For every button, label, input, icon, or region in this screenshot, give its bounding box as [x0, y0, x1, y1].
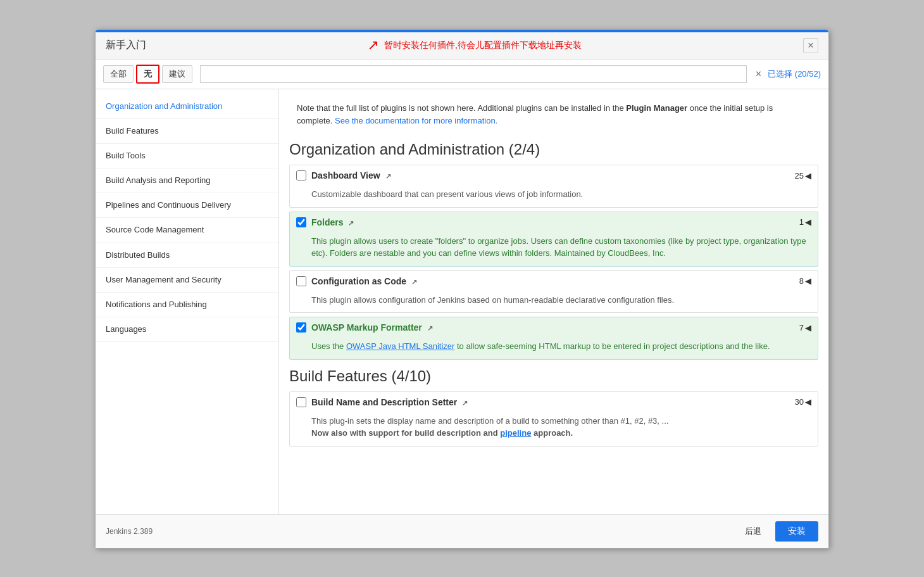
plugin-folders-name: Folders ↗ [311, 217, 794, 227]
notice-box: Note that the full list of plugins is no… [289, 97, 818, 134]
plugin-owasp-formatter-desc: Uses the OWASP Java HTML Sanitizer to al… [290, 338, 818, 359]
tab-all[interactable]: 全部 [103, 65, 134, 83]
plugin-folders-badge-icon: ◀ [805, 217, 811, 227]
close-button[interactable]: × [803, 38, 818, 53]
sidebar-item-user-mgmt[interactable]: User Management and Security [96, 268, 278, 293]
plugin-dashboard-view-name: Dashboard View ↗ [311, 170, 790, 181]
plugin-config-as-code-checkbox[interactable] [296, 276, 306, 286]
plugin-config-as-code-badge-num: 8 [799, 276, 804, 286]
sidebar-item-distributed[interactable]: Distributed Builds [96, 243, 278, 268]
plugin-owasp-formatter: OWASP Markup Formatter ↗ 7 ◀ Uses the OW… [289, 317, 818, 360]
plugin-config-as-code: Configuration as Code ↗ 8 ◀ This plugin … [289, 270, 818, 314]
plugin-folders-header: Folders ↗ 1 ◀ [290, 212, 818, 232]
footer-actions: 后退 安装 [737, 521, 818, 542]
plugin-dashboard-view: Dashboard View ↗ 25 ◀ Customizable dashb… [289, 165, 818, 208]
main-content: Organization and Administration Build Fe… [96, 89, 828, 514]
selected-count: 已选择 (20/52) [768, 68, 821, 80]
plugin-dashboard-view-badge-icon: ◀ [805, 171, 811, 181]
sidebar-item-source-code[interactable]: Source Code Management [96, 218, 278, 243]
plugin-dashboard-view-badge: 25 ◀ [795, 171, 811, 181]
plugin-folders-desc: This plugin allows users to create "fold… [290, 232, 818, 266]
plugin-config-as-code-link-icon[interactable]: ↗ [411, 278, 417, 286]
content-area: Note that the full list of plugins is no… [279, 89, 828, 514]
notice-link[interactable]: See the documentation for more informati… [335, 116, 497, 125]
plugin-build-name-setter-header: Build Name and Description Setter ↗ 30 ◀ [290, 392, 818, 412]
plugin-folders: Folders ↗ 1 ◀ This plugin allows users t… [289, 212, 818, 267]
install-button[interactable]: 安装 [775, 521, 818, 542]
sidebar-item-build-tools[interactable]: Build Tools [96, 144, 278, 168]
plugin-config-as-code-badge-icon: ◀ [805, 276, 811, 286]
plugin-folders-badge-num: 1 [799, 217, 804, 227]
plugin-build-name-setter: Build Name and Description Setter ↗ 30 ◀… [289, 391, 818, 447]
plugin-owasp-formatter-badge-icon: ◀ [805, 323, 811, 333]
plugin-config-as-code-header: Configuration as Code ↗ 8 ◀ [290, 271, 818, 291]
plugin-folders-link-icon[interactable]: ↗ [348, 219, 354, 227]
plugin-dashboard-view-header: Dashboard View ↗ 25 ◀ [290, 165, 818, 186]
pipeline-link[interactable]: pipeline [500, 428, 531, 438]
right-panel: Note that the full list of plugins is no… [279, 89, 828, 514]
notice-text1: Note that the full list of plugins is no… [297, 103, 626, 113]
sidebar-item-pipelines[interactable]: Pipelines and Continuous Delivery [96, 193, 278, 218]
sidebar-item-build-analysis[interactable]: Build Analysis and Reporting [96, 168, 278, 193]
plugin-build-name-setter-bold: Now also with support for build descript… [311, 428, 573, 438]
sidebar-item-org-admin[interactable]: Organization and Administration [96, 94, 278, 119]
sidebar: Organization and Administration Build Fe… [96, 89, 279, 514]
section-title-org-admin: Organization and Administration (2/4) [289, 141, 818, 158]
plugin-owasp-formatter-badge-num: 7 [799, 323, 804, 333]
plugin-dashboard-view-badge-num: 25 [795, 171, 804, 181]
plugin-owasp-formatter-name: OWASP Markup Formatter ↗ [311, 322, 794, 333]
tab-none[interactable]: 无 [136, 65, 159, 84]
plugin-dashboard-view-link-icon[interactable]: ↗ [385, 172, 391, 180]
sidebar-item-build-features[interactable]: Build Features [96, 119, 278, 144]
search-area: × [200, 65, 765, 83]
notice-bold: Plugin Manager [626, 103, 687, 113]
plugin-build-name-setter-badge: 30 ◀ [795, 397, 811, 407]
section-title-build-features: Build Features (4/10) [289, 367, 818, 385]
plugin-dashboard-view-desc: Customizable dashboard that can present … [290, 186, 818, 207]
plugin-owasp-formatter-header: OWASP Markup Formatter ↗ 7 ◀ [290, 317, 818, 338]
plugin-folders-checkbox[interactable] [296, 217, 306, 227]
plugin-build-name-setter-checkbox[interactable] [296, 397, 306, 407]
plugin-build-name-setter-link-icon[interactable]: ↗ [462, 399, 468, 407]
plugin-build-name-setter-name: Build Name and Description Setter ↗ [311, 397, 790, 407]
footer: Jenkins 2.389 后退 安装 [96, 514, 828, 548]
plugin-config-as-code-name: Configuration as Code ↗ [311, 276, 794, 286]
footer-version: Jenkins 2.389 [106, 527, 153, 536]
back-button[interactable]: 后退 [737, 522, 769, 541]
plugin-config-as-code-desc: This plugin allows configuration of Jenk… [290, 291, 818, 313]
window-title: 新手入门 [106, 39, 146, 52]
sidebar-item-languages[interactable]: Languages [96, 317, 278, 342]
tab-suggested[interactable]: 建议 [162, 65, 192, 83]
sidebar-item-notifications[interactable]: Notifications and Publishing [96, 293, 278, 317]
owasp-link[interactable]: OWASP Java HTML Sanitizer [346, 341, 454, 351]
plugin-owasp-formatter-checkbox[interactable] [296, 322, 306, 333]
main-window: 新手入门 ↙ 暂时安装任何插件,待会儿配置插件下载地址再安装 × 全部 无 建议… [95, 29, 829, 548]
plugin-owasp-formatter-link-icon[interactable]: ↗ [427, 324, 433, 332]
search-clear-button[interactable]: × [752, 67, 765, 81]
plugin-build-name-setter-badge-icon: ◀ [805, 397, 811, 407]
search-input[interactable] [200, 65, 747, 83]
plugin-build-name-setter-badge-num: 30 [795, 397, 804, 407]
plugin-config-as-code-badge: 8 ◀ [799, 276, 811, 286]
plugin-build-name-setter-desc: This plug-in sets the display name and d… [290, 412, 818, 446]
plugin-owasp-formatter-badge: 7 ◀ [799, 323, 811, 333]
plugin-folders-badge: 1 ◀ [799, 217, 811, 227]
annotation-text: 暂时安装任何插件,待会儿配置插件下载地址再安装 [384, 40, 582, 51]
tab-bar: 全部 无 建议 × 已选择 (20/52) [96, 60, 828, 89]
annotation-arrow: ↙ [368, 37, 379, 54]
plugin-dashboard-view-checkbox[interactable] [296, 170, 306, 181]
title-bar: 新手入门 ↙ 暂时安装任何插件,待会儿配置插件下载地址再安装 × [96, 32, 828, 60]
